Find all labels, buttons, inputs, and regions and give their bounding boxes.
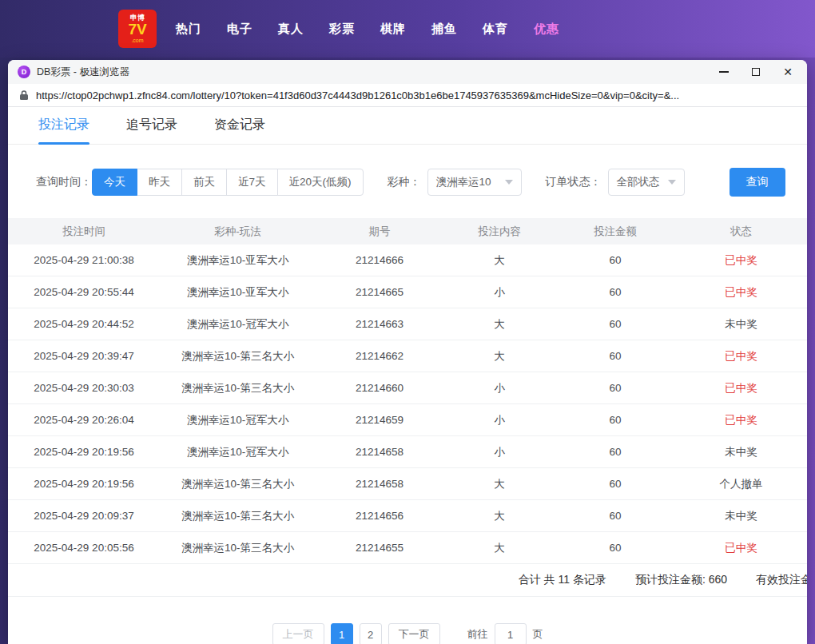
pagination: 上一页 12 下一页 前往 页 (8, 623, 807, 644)
cell-bet-time: 2025-04-29 20:26:04 (8, 414, 160, 426)
nav-item-cards[interactable]: 棋牌 (380, 22, 406, 37)
cell-bet-amount: 60 (555, 414, 675, 426)
cell-bet-time: 2025-04-29 20:55:44 (8, 286, 160, 298)
cell-issue: 21214666 (316, 254, 443, 266)
table-header-cell: 投注时间 (8, 225, 160, 239)
table-header-row: 投注时间彩种-玩法期号投注内容投注金额状态 (8, 218, 807, 244)
cell-issue: 21214659 (316, 414, 443, 426)
site-logo-sub-text: .com (131, 38, 143, 43)
page-content: 投注记录 追号记录 资金记录 查询时间： 今天昨天前天近7天近20天(低频) 彩… (8, 107, 807, 644)
cell-game-play: 澳洲幸运10-第三名大小 (160, 381, 316, 396)
maximize-icon (752, 68, 760, 76)
cell-bet-content: 小 (443, 445, 555, 459)
cell-bet-time: 2025-04-29 20:05:56 (8, 542, 160, 554)
url-text[interactable]: https://ctop02pchwp1.zfnc84.com/lottery/… (36, 89, 796, 101)
site-logo-main-text: 7V (128, 22, 146, 38)
cell-bet-amount: 60 (555, 318, 675, 330)
table-row: 2025-04-29 20:44:52澳洲幸运10-冠军大小21214663大6… (8, 308, 807, 340)
nav-item-sports[interactable]: 体育 (483, 22, 508, 37)
search-button[interactable]: 查询 (730, 168, 785, 197)
next-page-button[interactable]: 下一页 (388, 623, 440, 644)
time-filter-today[interactable]: 今天 (92, 169, 137, 196)
cell-bet-content: 小 (443, 381, 555, 396)
table-header-cell: 投注内容 (443, 225, 555, 239)
cell-status: 未中奖 (675, 317, 807, 332)
cell-bet-content: 大 (443, 253, 555, 268)
cell-status: 已中奖 (675, 541, 807, 555)
tab-fund-records[interactable]: 资金记录 (214, 117, 265, 144)
browser-address-bar[interactable]: https://ctop02pchwp1.zfnc84.com/lottery/… (8, 84, 807, 107)
cell-game-play: 澳洲幸运10-冠军大小 (160, 445, 316, 459)
cell-game-play: 澳洲幸运10-冠军大小 (160, 413, 316, 427)
nav-item-hot[interactable]: 热门 (176, 22, 201, 37)
table-row: 2025-04-29 20:55:44澳洲幸运10-亚军大小21214665小6… (8, 276, 807, 308)
table-header-cell: 彩种-玩法 (160, 225, 316, 239)
minimize-button[interactable] (708, 60, 740, 84)
cell-bet-time: 2025-04-29 20:44:52 (8, 318, 160, 330)
table-row: 2025-04-29 20:26:04澳洲幸运10-冠军大小21214659小6… (8, 404, 807, 436)
time-filter-day-before[interactable]: 前天 (181, 169, 227, 196)
site-top-nav: 申博 7V .com 热门电子真人彩票棋牌捕鱼体育优惠 (0, 0, 815, 58)
goto-page-input[interactable] (495, 623, 527, 644)
cell-issue: 21214663 (316, 318, 443, 330)
nav-item-lottery[interactable]: 彩票 (329, 22, 355, 37)
close-button[interactable]: ✕ (772, 60, 804, 84)
nav-item-fishing[interactable]: 捕鱼 (431, 22, 457, 37)
maximize-button[interactable] (740, 60, 772, 84)
table-row: 2025-04-29 20:39:47澳洲幸运10-第三名大小21214662大… (8, 340, 807, 372)
cell-bet-content: 小 (443, 285, 555, 300)
page-number-1[interactable]: 1 (331, 623, 353, 644)
cell-status: 未中奖 (675, 445, 807, 459)
minimize-icon (719, 71, 729, 73)
cell-status: 已中奖 (675, 381, 807, 396)
cell-bet-content: 大 (443, 349, 555, 364)
chevron-down-icon (505, 180, 513, 185)
site-logo[interactable]: 申博 7V .com (118, 10, 157, 48)
cell-status: 未中奖 (675, 509, 807, 523)
tab-chase-records[interactable]: 追号记录 (126, 117, 177, 144)
time-filter-label: 查询时间： (36, 175, 92, 189)
page-number-2[interactable]: 2 (360, 623, 382, 644)
nav-item-live[interactable]: 真人 (278, 22, 304, 37)
nav-item-slots[interactable]: 电子 (227, 22, 252, 37)
lottery-select[interactable]: 澳洲幸运10 (427, 169, 522, 196)
prev-page-button[interactable]: 上一页 (272, 623, 324, 644)
record-tabs: 投注记录 追号记录 资金记录 (8, 107, 807, 145)
cell-bet-amount: 60 (555, 350, 675, 362)
order-status-select[interactable]: 全部状态 (608, 169, 685, 196)
table-row: 2025-04-29 20:09:37澳洲幸运10-第三名大小21214656大… (8, 500, 807, 532)
cell-game-play: 澳洲幸运10-第三名大小 (160, 509, 316, 523)
browser-window-title: DB彩票 - 极速浏览器 (37, 66, 708, 79)
page-number-list: 12 (331, 623, 382, 644)
time-filter-group: 今天昨天前天近7天近20天(低频) (92, 169, 364, 196)
cell-issue: 21214665 (316, 286, 443, 298)
lock-icon (19, 89, 29, 101)
chevron-down-icon (668, 180, 676, 185)
cell-game-play: 澳洲幸运10-第三名大小 (160, 541, 316, 555)
lottery-select-value: 澳洲幸运10 (436, 175, 491, 189)
summary-bar: 合计 共 11 条记录 预计投注金额: 660 有效投注金额: (8, 564, 807, 597)
cell-bet-amount: 60 (555, 382, 675, 394)
site-nav-items: 热门电子真人彩票棋牌捕鱼体育优惠 (176, 22, 559, 37)
bet-table-body: 2025-04-29 21:00:38澳洲幸运10-亚军大小21214666大6… (8, 244, 807, 564)
cell-issue: 21214658 (316, 446, 443, 458)
cell-bet-time: 2025-04-29 20:19:56 (8, 446, 160, 458)
table-header-cell: 状态 (675, 225, 807, 239)
browser-window: D DB彩票 - 极速浏览器 ✕ https://ctop02pchwp1.zf… (8, 60, 807, 644)
goto-label: 前往 (467, 627, 488, 642)
cell-game-play: 澳洲幸运10-亚军大小 (160, 285, 316, 300)
nav-item-promo[interactable]: 优惠 (534, 22, 559, 37)
filter-bar: 查询时间： 今天昨天前天近7天近20天(低频) 彩种： 澳洲幸运10 订单状态：… (36, 168, 807, 197)
time-filter-last-7[interactable]: 近7天 (226, 169, 278, 196)
cell-bet-amount: 60 (555, 446, 675, 458)
tab-bet-records[interactable]: 投注记录 (38, 117, 89, 144)
cell-bet-time: 2025-04-29 20:09:37 (8, 510, 160, 522)
window-controls: ✕ (708, 60, 804, 84)
cell-bet-amount: 60 (555, 254, 675, 266)
time-filter-last-20[interactable]: 近20天(低频) (277, 169, 364, 196)
lottery-filter-label: 彩种： (388, 175, 421, 189)
cell-game-play: 澳洲幸运10-冠军大小 (160, 317, 316, 332)
time-filter-yesterday[interactable]: 昨天 (137, 169, 182, 196)
cell-bet-content: 大 (443, 509, 555, 523)
table-header-cell: 投注金额 (555, 225, 675, 239)
